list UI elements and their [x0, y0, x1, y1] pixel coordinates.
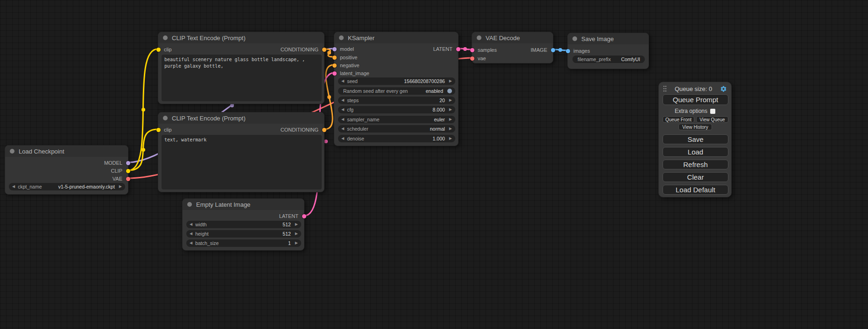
- node-clip-text-encode-negative[interactable]: CLIP Text Encode (Prompt) clip CONDITION…: [158, 112, 325, 192]
- collapse-dot-icon[interactable]: [10, 149, 14, 154]
- output-socket-clip[interactable]: [126, 169, 130, 173]
- widget-ckpt-name[interactable]: ◀ ckpt_name v1-5-pruned-emaonly.ckpt ▶: [9, 183, 125, 190]
- input-socket-samples[interactable]: [470, 48, 474, 52]
- increment-arrow-icon[interactable]: ▶: [449, 137, 452, 140]
- node-vae-decode[interactable]: VAE Decode samples IMAGE vae: [472, 32, 553, 63]
- widget-value: 1.000: [367, 136, 446, 141]
- widget-label: Random seed after every gen: [341, 88, 408, 94]
- prompt-textarea[interactable]: text, watermark: [162, 135, 322, 189]
- widget-batch-size[interactable]: ◀ batch_size 1 ▶: [186, 239, 301, 247]
- node-titlebar[interactable]: CLIP Text Encode (Prompt): [158, 112, 324, 124]
- widget-steps[interactable]: ◀ steps 20 ▶: [338, 97, 455, 104]
- input-socket-latent-image[interactable]: [332, 71, 337, 76]
- widget-control-after-generate[interactable]: Random seed after every gen enabled: [338, 87, 455, 95]
- node-ksampler[interactable]: KSampler model LATENT positive negative …: [334, 32, 459, 146]
- node-titlebar[interactable]: Load Checkpoint: [5, 146, 128, 157]
- node-clip-text-encode-positive[interactable]: CLIP Text Encode (Prompt) clip CONDITION…: [158, 32, 325, 104]
- input-socket-clip[interactable]: [156, 48, 161, 52]
- decrement-arrow-icon[interactable]: ◀: [341, 108, 344, 112]
- increment-arrow-icon[interactable]: ▶: [119, 185, 122, 189]
- input-row-negative: negative: [334, 62, 458, 69]
- save-button[interactable]: Save: [663, 134, 728, 144]
- node-titlebar[interactable]: CLIP Text Encode (Prompt): [158, 32, 324, 43]
- node-load-checkpoint[interactable]: Load Checkpoint MODEL CLIP VAE ◀ ckpt_na…: [5, 145, 128, 195]
- widget-denoise[interactable]: ◀ denoise 1.000 ▶: [338, 135, 455, 142]
- output-socket-latent[interactable]: [456, 47, 460, 51]
- widget-label: scheduler: [347, 126, 368, 132]
- node-titlebar[interactable]: Save Image: [568, 33, 649, 44]
- node-titlebar[interactable]: KSampler: [334, 32, 458, 43]
- node-title: CLIP Text Encode (Prompt): [172, 35, 246, 42]
- decrement-arrow-icon[interactable]: ◀: [341, 118, 344, 121]
- output-socket-image[interactable]: [551, 48, 555, 52]
- output-socket-vae[interactable]: [126, 177, 130, 181]
- collapse-dot-icon[interactable]: [187, 202, 192, 207]
- node-titlebar[interactable]: Empty Latent Image: [183, 199, 304, 210]
- output-label-image: IMAGE: [531, 47, 547, 53]
- input-socket-vae[interactable]: [470, 56, 474, 61]
- decrement-arrow-icon[interactable]: ◀: [341, 137, 344, 140]
- input-socket-positive[interactable]: [332, 56, 337, 60]
- input-label-clip: clip: [164, 127, 172, 133]
- output-socket-model[interactable]: [126, 161, 130, 165]
- widget-scheduler[interactable]: ◀ scheduler normal ▶: [338, 125, 455, 133]
- wire-dot-clip-positive: [141, 108, 145, 112]
- view-history-button[interactable]: View History: [678, 124, 712, 130]
- increment-arrow-icon[interactable]: ▶: [449, 108, 452, 112]
- decrement-arrow-icon[interactable]: ◀: [341, 98, 344, 102]
- input-socket-clip[interactable]: [156, 128, 161, 132]
- widget-label: denoise: [347, 136, 364, 141]
- widget-height[interactable]: ◀ height 512 ▶: [186, 230, 301, 238]
- widget-value: enabled: [410, 88, 445, 94]
- output-label-conditioning: CONDITIONING: [281, 127, 318, 133]
- collapse-dot-icon[interactable]: [572, 36, 577, 41]
- node-empty-latent-image[interactable]: Empty Latent Image LATENT ◀ width 512 ▶ …: [182, 198, 304, 251]
- slot-row: samples IMAGE: [472, 46, 553, 54]
- increment-arrow-icon[interactable]: ▶: [449, 79, 452, 83]
- decrement-arrow-icon[interactable]: ◀: [12, 185, 15, 189]
- collapse-dot-icon[interactable]: [163, 116, 168, 120]
- increment-arrow-icon[interactable]: ▶: [295, 232, 298, 236]
- decrement-arrow-icon[interactable]: ◀: [190, 241, 192, 245]
- output-row-clip: CLIP: [5, 167, 128, 175]
- input-socket-model[interactable]: [332, 47, 337, 51]
- widget-cfg[interactable]: ◀ cfg 8.000 ▶: [338, 106, 455, 113]
- collapse-dot-icon[interactable]: [163, 35, 168, 40]
- increment-arrow-icon[interactable]: ▶: [449, 98, 452, 102]
- input-socket-negative[interactable]: [332, 63, 337, 68]
- increment-arrow-icon[interactable]: ▶: [295, 223, 298, 226]
- widget-sampler-name[interactable]: ◀ sampler_name euler ▶: [338, 116, 455, 123]
- queue-front-button[interactable]: Queue Front: [663, 116, 694, 123]
- input-label-images: images: [573, 48, 590, 54]
- output-socket-conditioning[interactable]: [322, 128, 326, 132]
- input-socket-images[interactable]: [566, 49, 570, 53]
- collapse-dot-icon[interactable]: [477, 35, 481, 40]
- settings-gear-icon[interactable]: [720, 85, 727, 92]
- graph-canvas[interactable]: { "colors": { "model": "#B39DDB", "clip"…: [0, 0, 868, 329]
- prompt-textarea[interactable]: beautiful scenery nature glass bottle la…: [162, 55, 322, 101]
- output-socket-latent[interactable]: [302, 214, 306, 218]
- load-button[interactable]: Load: [663, 147, 728, 157]
- refresh-button[interactable]: Refresh: [663, 160, 728, 169]
- decrement-arrow-icon[interactable]: ◀: [190, 232, 192, 236]
- widget-filename-prefix[interactable]: filename_prefix ComfyUI: [572, 56, 645, 63]
- widget-seed[interactable]: ◀ seed 156680208700286 ▶: [338, 77, 455, 85]
- widget-width[interactable]: ◀ width 512 ▶: [186, 221, 301, 228]
- clear-button[interactable]: Clear: [663, 172, 728, 182]
- output-socket-conditioning[interactable]: [322, 48, 326, 52]
- node-save-image[interactable]: Save Image images filename_prefix ComfyU…: [567, 33, 649, 69]
- drag-handle-icon[interactable]: [663, 85, 667, 92]
- extra-options-checkbox[interactable]: [710, 109, 715, 114]
- increment-arrow-icon[interactable]: ▶: [449, 118, 452, 121]
- collapse-dot-icon[interactable]: [339, 35, 344, 40]
- increment-arrow-icon[interactable]: ▶: [449, 127, 452, 131]
- decrement-arrow-icon[interactable]: ◀: [341, 79, 344, 83]
- increment-arrow-icon[interactable]: ▶: [295, 241, 298, 245]
- node-titlebar[interactable]: VAE Decode: [472, 32, 553, 43]
- load-default-button[interactable]: Load Default: [663, 185, 728, 195]
- decrement-arrow-icon[interactable]: ◀: [190, 223, 192, 226]
- view-queue-button[interactable]: View Queue: [696, 116, 728, 123]
- toggle-knob-icon[interactable]: [447, 89, 452, 93]
- queue-prompt-button[interactable]: Queue Prompt: [663, 94, 728, 105]
- decrement-arrow-icon[interactable]: ◀: [341, 127, 344, 131]
